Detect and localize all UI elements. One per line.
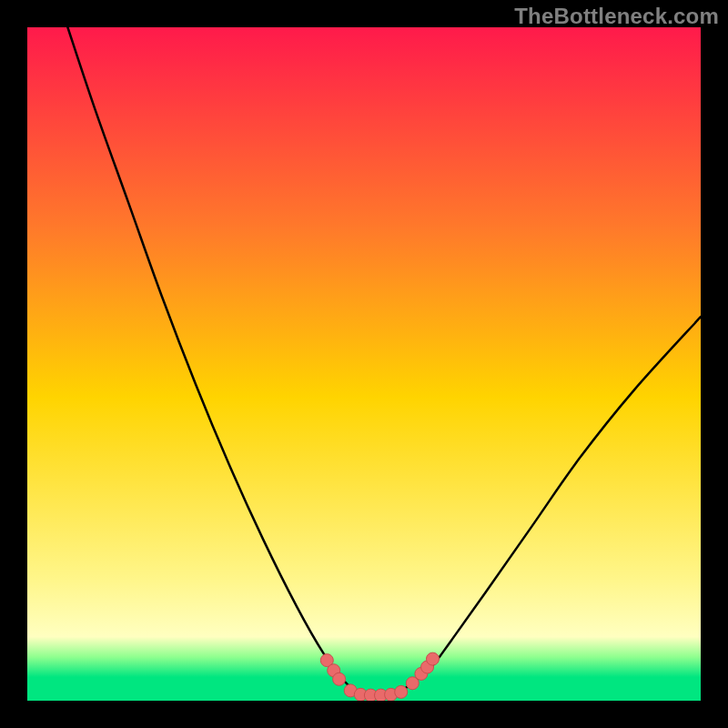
plot-area [27,27,701,701]
data-marker [426,652,439,665]
data-marker [333,672,346,685]
chart-frame: TheBottleneck.com [0,0,728,728]
data-marker [395,685,408,698]
bottleneck-chart [27,27,701,701]
attribution-text: TheBottleneck.com [514,4,719,29]
chart-background [27,27,701,701]
